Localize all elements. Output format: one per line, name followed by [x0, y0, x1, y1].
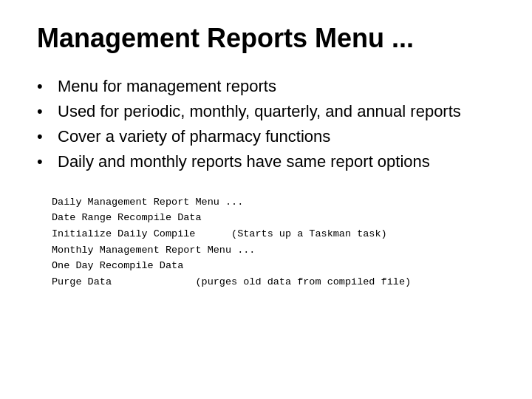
code-line-2: Date Range Recompile Data [52, 210, 495, 226]
code-line-1: Daily Management Report Menu ... [52, 194, 495, 211]
code-line-4: Monthly Management Report Menu ... [52, 242, 495, 259]
page-title: Management Reports Menu ... [37, 22, 495, 54]
code-block: Daily Management Report Menu ... Date Ra… [37, 194, 495, 290]
bullet-item-1: Menu for management reports [37, 75, 495, 98]
bullet-item-4: Daily and monthly reports have same repo… [37, 150, 495, 174]
bullet-item-3: Cover a variety of pharmacy functions [37, 125, 495, 149]
code-line-6: Purge Data (purges old data from compile… [52, 274, 495, 290]
bullet-item-2: Used for periodic, monthly, quarterly, a… [37, 100, 495, 123]
code-line-3: Initialize Daily Compile (Starts up a Ta… [52, 226, 495, 242]
bullet-text-2: Used for periodic, monthly, quarterly, a… [58, 102, 461, 120]
bullet-list: Menu for management reports Used for per… [37, 75, 495, 174]
bullet-text-1: Menu for management reports [58, 77, 276, 95]
bullet-text-4: Daily and monthly reports have same repo… [58, 152, 430, 171]
page-container: Management Reports Menu ... Menu for man… [0, 0, 532, 399]
bullet-text-3: Cover a variety of pharmacy functions [58, 127, 330, 146]
code-line-5: One Day Recompile Data [52, 258, 495, 274]
